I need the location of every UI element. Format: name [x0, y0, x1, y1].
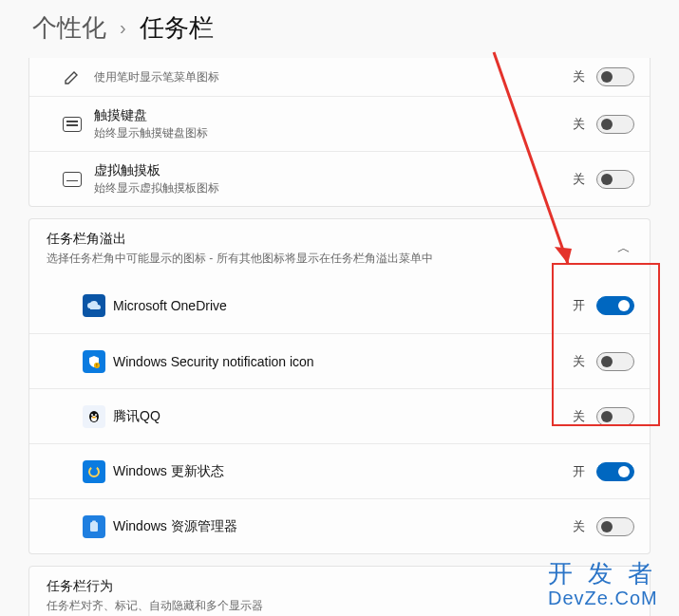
onedrive-icon [75, 294, 113, 317]
watermark-cn: 开发者 [548, 560, 668, 588]
overflow-item-label: 腾讯QQ [113, 408, 561, 425]
toggle-onedrive[interactable] [596, 296, 634, 315]
setting-row-pen-menu[interactable]: 使用笔时显示笔菜单图标 关 [29, 58, 650, 96]
overflow-item-security[interactable]: ! Windows Security notification icon 关 [29, 333, 650, 388]
setting-title: 触摸键盘 [94, 107, 561, 124]
setting-row-touch-keyboard[interactable]: 触摸键盘 始终显示触摸键盘图标 关 [29, 96, 650, 151]
overflow-item-qq[interactable]: 腾讯QQ 关 [29, 388, 650, 443]
svg-text:!: ! [96, 363, 97, 368]
pen-icon [50, 67, 94, 86]
toggle-state-label: 关 [561, 518, 596, 535]
explorer-icon [75, 515, 113, 538]
setting-row-virtual-touchpad[interactable]: 虚拟触摸板 始终显示虚拟触摸板图标 关 [29, 151, 650, 206]
watermark-en: DevZe.CoM [548, 588, 668, 608]
svg-point-4 [91, 414, 93, 416]
overflow-item-explorer[interactable]: Windows 资源管理器 关 [29, 498, 650, 553]
toggle-state-label: 关 [561, 68, 596, 85]
toggle-state-label: 开 [561, 463, 596, 480]
toggle-state-label: 关 [561, 116, 596, 133]
windows-update-icon [75, 460, 113, 483]
toggle-qq[interactable] [596, 407, 634, 426]
taskbar-corner-icons-panel: 使用笔时显示笔菜单图标 关 触摸键盘 始终显示触摸键盘图标 关 虚拟触摸板 始终… [28, 58, 651, 207]
section-title: 任务栏角溢出 [47, 231, 617, 248]
setting-title: 虚拟触摸板 [94, 162, 561, 179]
toggle-state-label: 开 [561, 297, 596, 314]
toggle-virtual-touchpad[interactable] [596, 170, 634, 189]
overflow-section-header[interactable]: 任务栏角溢出 选择任务栏角中可能显示的图标 - 所有其他图标将显示在任务栏角溢出… [28, 218, 651, 278]
toggle-security[interactable] [596, 352, 634, 371]
security-icon: ! [75, 350, 113, 373]
toggle-state-label: 关 [561, 353, 596, 370]
overflow-item-label: Windows 资源管理器 [113, 518, 561, 535]
setting-desc: 始终显示触摸键盘图标 [94, 125, 561, 141]
breadcrumb-parent[interactable]: 个性化 [32, 11, 106, 45]
breadcrumb-separator: › [120, 17, 126, 39]
touchpad-icon [50, 172, 94, 187]
keyboard-icon [50, 117, 94, 132]
svg-point-5 [95, 414, 97, 416]
toggle-state-label: 关 [561, 171, 596, 188]
overflow-item-label: Microsoft OneDrive [113, 298, 561, 313]
svg-rect-9 [92, 520, 96, 523]
section-desc: 任务栏对齐、标记、自动隐藏和多个显示器 [47, 598, 634, 614]
toggle-pen-menu[interactable] [596, 67, 634, 86]
section-title: 任务栏行为 [47, 578, 634, 595]
overflow-items-panel: Microsoft OneDrive 开 ! Windows Security … [28, 278, 651, 554]
overflow-item-onedrive[interactable]: Microsoft OneDrive 开 [29, 278, 650, 333]
watermark: 开发者 DevZe.CoM [548, 560, 668, 608]
setting-desc: 始终显示虚拟触摸板图标 [94, 180, 561, 196]
toggle-windows-update[interactable] [596, 462, 634, 481]
overflow-item-label: Windows Security notification icon [113, 354, 561, 369]
overflow-item-windows-update[interactable]: Windows 更新状态 开 [29, 443, 650, 498]
section-desc: 选择任务栏角中可能显示的图标 - 所有其他图标将显示在任务栏角溢出菜单中 [47, 251, 617, 267]
setting-desc: 使用笔时显示笔菜单图标 [94, 69, 561, 85]
svg-rect-6 [92, 417, 96, 418]
toggle-state-label: 关 [561, 408, 596, 425]
chevron-up-icon: ︿ [617, 240, 634, 257]
toggle-touch-keyboard[interactable] [596, 115, 634, 134]
toggle-explorer[interactable] [596, 517, 634, 536]
breadcrumb-current: 任务栏 [140, 11, 214, 45]
overflow-item-label: Windows 更新状态 [113, 463, 561, 480]
qq-icon [75, 405, 113, 428]
svg-point-3 [91, 416, 97, 421]
breadcrumb: 个性化 › 任务栏 [0, 0, 679, 58]
